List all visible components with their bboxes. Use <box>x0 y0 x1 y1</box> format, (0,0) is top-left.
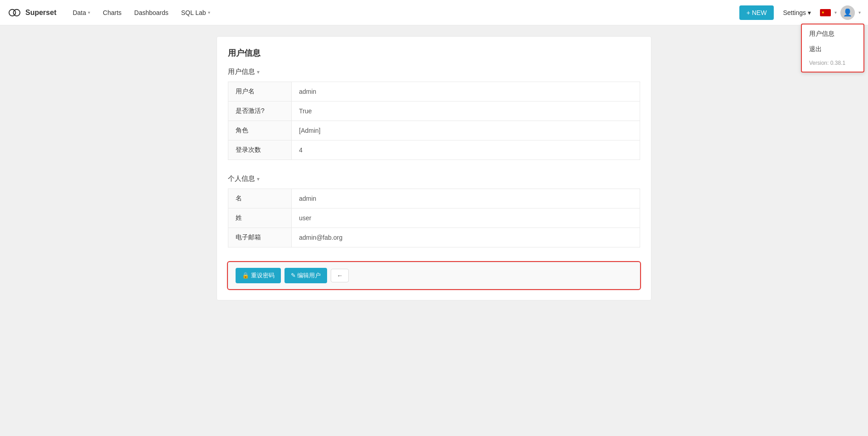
flag-caret: ▾ <box>834 10 837 15</box>
nav-data-label: Data <box>72 9 86 16</box>
user-avatar-button[interactable]: 👤 <box>840 5 855 20</box>
page-title: 用户信息 <box>228 48 640 58</box>
nav-dashboards-label: Dashboards <box>134 9 169 16</box>
table-row: 电子邮箱admin@fab.org <box>228 228 640 247</box>
row-value: admin@fab.org <box>292 228 640 247</box>
settings-label: Settings <box>783 9 806 16</box>
settings-caret: ▾ <box>808 9 811 16</box>
user-info-table: 用户名admin是否激活?True角色[Admin]登录次数4 <box>228 82 640 160</box>
user-info-section: 用户信息 ▾ 用户名admin是否激活?True角色[Admin]登录次数4 <box>228 68 640 160</box>
row-label: 姓 <box>228 208 292 228</box>
user-caret: ▾ <box>858 10 861 15</box>
nav-charts-label: Charts <box>103 9 121 16</box>
row-label: 名 <box>228 189 292 208</box>
dropdown-logout[interactable]: 退出 <box>802 42 863 57</box>
nav-item-data[interactable]: Data ▾ <box>67 5 96 20</box>
navbar: Superset Data ▾ Charts Dashboards SQL La… <box>0 0 868 25</box>
nav-item-dashboards[interactable]: Dashboards <box>129 5 174 20</box>
row-value: admin <box>292 189 640 208</box>
page-card: 用户信息 用户信息 ▾ 用户名admin是否激活?True角色[Admin]登录… <box>217 36 651 300</box>
row-label: 角色 <box>228 121 292 140</box>
settings-menu[interactable]: Settings ▾ <box>777 5 816 20</box>
nav-item-charts[interactable]: Charts <box>97 5 127 20</box>
row-value: [Admin] <box>292 121 640 140</box>
navbar-right: + NEW Settings ▾ ▾ 👤 ▾ <box>739 5 861 20</box>
user-dropdown-menu: 用户信息 退出 Version: 0.38.1 <box>801 24 864 73</box>
personal-info-table: 名admin姓user电子邮箱admin@fab.org <box>228 189 640 247</box>
nav-data-caret: ▾ <box>88 10 90 15</box>
row-label: 是否激活? <box>228 102 292 121</box>
new-button[interactable]: + NEW <box>739 5 774 20</box>
personal-info-section: 个人信息 ▾ 名admin姓user电子邮箱admin@fab.org <box>228 174 640 247</box>
nav-sql-lab-caret: ▾ <box>208 10 210 15</box>
row-label: 电子邮箱 <box>228 228 292 247</box>
table-row: 姓user <box>228 208 640 228</box>
user-info-chevron: ▾ <box>257 69 260 75</box>
user-info-section-header: 用户信息 ▾ <box>228 68 640 76</box>
row-value: user <box>292 208 640 228</box>
brand-name: Superset <box>25 9 56 17</box>
nav-sql-lab-label: SQL Lab <box>181 9 206 16</box>
table-row: 登录次数4 <box>228 140 640 160</box>
back-button[interactable]: ← <box>331 269 349 282</box>
personal-info-section-header: 个人信息 ▾ <box>228 174 640 183</box>
row-value: True <box>292 102 640 121</box>
nav-item-sql-lab[interactable]: SQL Lab ▾ <box>176 5 216 20</box>
row-label: 登录次数 <box>228 140 292 160</box>
table-row: 是否激活?True <box>228 102 640 121</box>
user-icon: 👤 <box>843 8 852 17</box>
table-row: 用户名admin <box>228 82 640 102</box>
user-info-section-label: 用户信息 <box>228 68 255 76</box>
svg-point-1 <box>14 9 20 15</box>
dropdown-version: Version: 0.38.1 <box>802 57 863 70</box>
nav-items: Data ▾ Charts Dashboards SQL Lab ▾ <box>67 5 739 20</box>
brand: Superset <box>7 8 56 17</box>
table-row: 名admin <box>228 189 640 208</box>
main-content: 用户信息 用户信息 ▾ 用户名admin是否激活?True角色[Admin]登录… <box>0 25 868 436</box>
row-value: 4 <box>292 140 640 160</box>
superset-logo-icon <box>7 8 22 17</box>
table-row: 角色[Admin] <box>228 121 640 140</box>
reset-password-button[interactable]: 🔒 重设密码 <box>236 268 281 283</box>
row-value: admin <box>292 82 640 102</box>
dropdown-user-info[interactable]: 用户信息 <box>802 26 863 42</box>
edit-user-button[interactable]: ✎ 编辑用户 <box>285 268 328 283</box>
row-label: 用户名 <box>228 82 292 102</box>
personal-info-section-label: 个人信息 <box>228 174 255 183</box>
action-bar: 🔒 重设密码 ✎ 编辑用户 ← <box>228 262 640 289</box>
personal-info-chevron: ▾ <box>257 176 260 182</box>
language-flag[interactable] <box>820 9 831 16</box>
